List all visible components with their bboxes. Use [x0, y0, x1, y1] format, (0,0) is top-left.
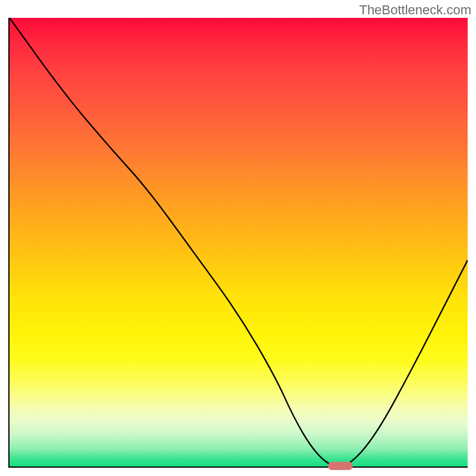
optimal-marker: [328, 462, 353, 470]
heatmap-gradient: [10, 18, 468, 466]
attribution-text: TheBottleneck.com: [359, 2, 471, 18]
plot-area: [8, 18, 468, 468]
